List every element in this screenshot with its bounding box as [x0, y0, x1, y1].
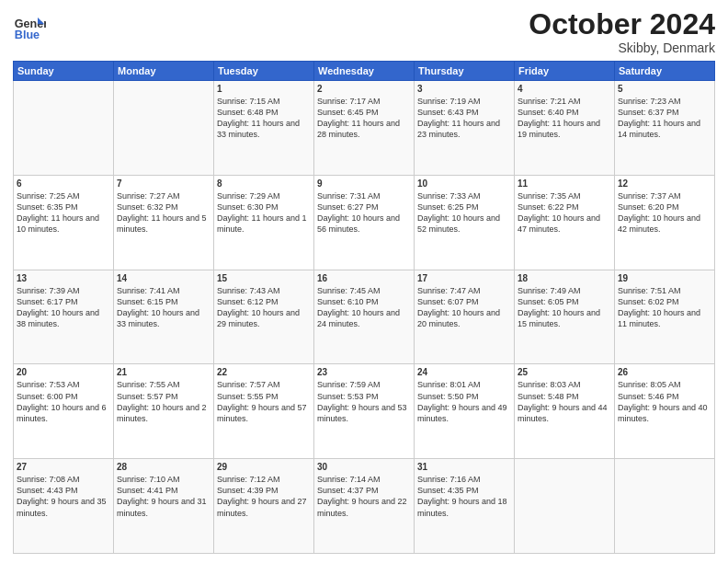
week-row-4: 20Sunrise: 7:53 AMSunset: 6:00 PMDayligh… — [14, 364, 715, 459]
day-cell: 13Sunrise: 7:39 AMSunset: 6:17 PMDayligh… — [14, 270, 114, 364]
day-number: 25 — [518, 367, 611, 377]
day-number: 10 — [417, 178, 511, 189]
day-info: Sunrise: 7:17 AMSunset: 6:45 PMDaylight:… — [317, 96, 411, 141]
day-info: Sunrise: 7:27 AMSunset: 6:32 PMDaylight:… — [117, 190, 210, 236]
day-cell — [114, 81, 214, 176]
week-row-3: 13Sunrise: 7:39 AMSunset: 6:17 PMDayligh… — [14, 270, 715, 364]
day-info: Sunrise: 7:25 AMSunset: 6:35 PMDaylight:… — [17, 190, 110, 236]
location: Skibby, Denmark — [529, 40, 715, 55]
day-info: Sunrise: 7:29 AMSunset: 6:30 PMDaylight:… — [217, 190, 311, 236]
day-header-sunday: Sunday — [14, 62, 114, 81]
day-info: Sunrise: 7:16 AMSunset: 4:35 PMDaylight:… — [417, 474, 511, 519]
day-number: 13 — [17, 273, 110, 283]
day-cell: 1Sunrise: 7:15 AMSunset: 6:48 PMDaylight… — [214, 81, 314, 176]
day-cell: 18Sunrise: 7:49 AMSunset: 6:05 PMDayligh… — [515, 270, 615, 364]
day-cell: 3Sunrise: 7:19 AMSunset: 6:43 PMDaylight… — [415, 81, 515, 176]
day-info: Sunrise: 7:23 AMSunset: 6:37 PMDaylight:… — [618, 96, 711, 141]
title-block: October 2024 Skibby, Denmark — [529, 9, 715, 55]
day-info: Sunrise: 7:39 AMSunset: 6:17 PMDaylight:… — [17, 285, 110, 330]
day-info: Sunrise: 7:45 AMSunset: 6:10 PMDaylight:… — [317, 285, 411, 330]
day-number: 16 — [317, 273, 411, 283]
day-header-monday: Monday — [114, 62, 214, 81]
day-cell: 8Sunrise: 7:29 AMSunset: 6:30 PMDaylight… — [214, 175, 314, 270]
header: General Blue October 2024 Skibby, Denmar… — [13, 9, 715, 55]
day-cell: 16Sunrise: 7:45 AMSunset: 6:10 PMDayligh… — [314, 270, 415, 364]
day-header-friday: Friday — [515, 62, 615, 81]
day-info: Sunrise: 7:57 AMSunset: 5:55 PMDaylight:… — [217, 379, 311, 424]
day-info: Sunrise: 7:35 AMSunset: 6:22 PMDaylight:… — [518, 190, 611, 236]
week-row-5: 27Sunrise: 7:08 AMSunset: 4:43 PMDayligh… — [14, 459, 715, 554]
logo-icon: General Blue — [13, 9, 46, 42]
day-info: Sunrise: 7:55 AMSunset: 5:57 PMDaylight:… — [117, 379, 210, 424]
day-info: Sunrise: 7:19 AMSunset: 6:43 PMDaylight:… — [417, 96, 511, 141]
day-number: 8 — [217, 178, 311, 189]
day-number: 15 — [217, 273, 311, 283]
day-number: 31 — [417, 462, 511, 472]
day-number: 20 — [17, 367, 110, 377]
calendar-page: General Blue October 2024 Skibby, Denmar… — [0, 0, 728, 563]
day-info: Sunrise: 7:31 AMSunset: 6:27 PMDaylight:… — [317, 190, 411, 236]
day-number: 7 — [117, 178, 210, 189]
week-row-2: 6Sunrise: 7:25 AMSunset: 6:35 PMDaylight… — [14, 175, 715, 270]
day-cell: 23Sunrise: 7:59 AMSunset: 5:53 PMDayligh… — [314, 364, 415, 459]
day-cell: 19Sunrise: 7:51 AMSunset: 6:02 PMDayligh… — [615, 270, 715, 364]
day-cell: 4Sunrise: 7:21 AMSunset: 6:40 PMDaylight… — [515, 81, 615, 176]
day-number: 24 — [417, 367, 511, 377]
day-number: 4 — [518, 84, 611, 94]
day-cell: 29Sunrise: 7:12 AMSunset: 4:39 PMDayligh… — [214, 459, 314, 554]
day-cell: 28Sunrise: 7:10 AMSunset: 4:41 PMDayligh… — [114, 459, 214, 554]
day-cell: 30Sunrise: 7:14 AMSunset: 4:37 PMDayligh… — [314, 459, 415, 554]
day-info: Sunrise: 7:51 AMSunset: 6:02 PMDaylight:… — [618, 285, 711, 330]
day-info: Sunrise: 7:10 AMSunset: 4:41 PMDaylight:… — [117, 474, 210, 519]
day-info: Sunrise: 7:15 AMSunset: 6:48 PMDaylight:… — [217, 96, 311, 141]
day-info: Sunrise: 7:47 AMSunset: 6:07 PMDaylight:… — [417, 285, 511, 330]
day-number: 17 — [417, 273, 511, 283]
day-info: Sunrise: 7:53 AMSunset: 6:00 PMDaylight:… — [17, 379, 110, 424]
day-number: 14 — [117, 273, 210, 283]
day-number: 21 — [117, 367, 210, 377]
day-number: 9 — [317, 178, 411, 189]
day-header-wednesday: Wednesday — [314, 62, 415, 81]
day-info: Sunrise: 7:59 AMSunset: 5:53 PMDaylight:… — [317, 379, 411, 424]
day-info: Sunrise: 8:01 AMSunset: 5:50 PMDaylight:… — [417, 379, 511, 424]
day-info: Sunrise: 8:05 AMSunset: 5:46 PMDaylight:… — [618, 379, 711, 424]
day-cell: 24Sunrise: 8:01 AMSunset: 5:50 PMDayligh… — [415, 364, 515, 459]
day-number: 19 — [618, 273, 711, 283]
day-header-saturday: Saturday — [615, 62, 715, 81]
day-header-thursday: Thursday — [415, 62, 515, 81]
day-number: 26 — [618, 367, 711, 377]
svg-text:Blue: Blue — [15, 29, 40, 41]
day-info: Sunrise: 7:41 AMSunset: 6:15 PMDaylight:… — [117, 285, 210, 330]
day-number: 6 — [17, 178, 110, 189]
day-number: 23 — [317, 367, 411, 377]
day-info: Sunrise: 7:12 AMSunset: 4:39 PMDaylight:… — [217, 474, 311, 519]
day-number: 22 — [217, 367, 311, 377]
day-info: Sunrise: 7:49 AMSunset: 6:05 PMDaylight:… — [518, 285, 611, 330]
day-cell — [515, 459, 615, 554]
day-cell — [615, 459, 715, 554]
logo: General Blue — [13, 9, 46, 42]
day-header-tuesday: Tuesday — [214, 62, 314, 81]
day-number: 2 — [317, 84, 411, 94]
month-title: October 2024 — [529, 9, 715, 39]
day-cell: 26Sunrise: 8:05 AMSunset: 5:46 PMDayligh… — [615, 364, 715, 459]
day-cell: 27Sunrise: 7:08 AMSunset: 4:43 PMDayligh… — [14, 459, 114, 554]
day-info: Sunrise: 7:33 AMSunset: 6:25 PMDaylight:… — [417, 190, 511, 236]
calendar-table: SundayMondayTuesdayWednesdayThursdayFrid… — [13, 61, 715, 554]
day-number: 30 — [317, 462, 411, 472]
day-cell: 12Sunrise: 7:37 AMSunset: 6:20 PMDayligh… — [615, 175, 715, 270]
day-number: 12 — [618, 178, 711, 189]
day-cell: 15Sunrise: 7:43 AMSunset: 6:12 PMDayligh… — [214, 270, 314, 364]
day-cell: 20Sunrise: 7:53 AMSunset: 6:00 PMDayligh… — [14, 364, 114, 459]
day-number: 1 — [217, 84, 311, 94]
day-cell: 2Sunrise: 7:17 AMSunset: 6:45 PMDaylight… — [314, 81, 415, 176]
day-cell: 22Sunrise: 7:57 AMSunset: 5:55 PMDayligh… — [214, 364, 314, 459]
day-cell: 6Sunrise: 7:25 AMSunset: 6:35 PMDaylight… — [14, 175, 114, 270]
day-info: Sunrise: 7:43 AMSunset: 6:12 PMDaylight:… — [217, 285, 311, 330]
day-cell: 31Sunrise: 7:16 AMSunset: 4:35 PMDayligh… — [415, 459, 515, 554]
day-info: Sunrise: 7:14 AMSunset: 4:37 PMDaylight:… — [317, 474, 411, 519]
day-cell: 5Sunrise: 7:23 AMSunset: 6:37 PMDaylight… — [615, 81, 715, 176]
day-number: 27 — [17, 462, 110, 472]
day-cell: 10Sunrise: 7:33 AMSunset: 6:25 PMDayligh… — [415, 175, 515, 270]
week-row-1: 1Sunrise: 7:15 AMSunset: 6:48 PMDaylight… — [14, 81, 715, 176]
